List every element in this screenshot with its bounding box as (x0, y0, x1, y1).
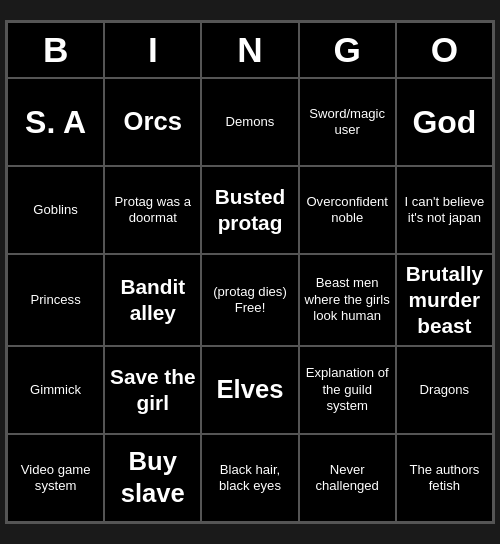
bingo-cell-1: Orcs (104, 78, 201, 166)
bingo-letter-n: N (201, 22, 298, 78)
bingo-cell-19: Dragons (396, 346, 493, 434)
bingo-cell-6: Protag was a doormat (104, 166, 201, 254)
bingo-letter-g: G (299, 22, 396, 78)
bingo-cell-5: Goblins (7, 166, 104, 254)
bingo-cell-15: Gimmick (7, 346, 104, 434)
bingo-header: BINGO (7, 22, 493, 78)
bingo-cell-17: Elves (201, 346, 298, 434)
bingo-cell-22: Black hair, black eyes (201, 434, 298, 522)
bingo-cell-12: (protag dies) Free! (201, 254, 298, 346)
bingo-cell-8: Overconfident noble (299, 166, 396, 254)
bingo-cell-18: Explanation of the guild system (299, 346, 396, 434)
bingo-cell-0: S. A (7, 78, 104, 166)
bingo-cell-24: The authors fetish (396, 434, 493, 522)
bingo-letter-b: B (7, 22, 104, 78)
bingo-grid: S. AOrcsDemonsSword/magic userGodGoblins… (7, 78, 493, 522)
bingo-cell-14: Brutally murder beast (396, 254, 493, 346)
bingo-cell-7: Busted protag (201, 166, 298, 254)
bingo-cell-23: Never challenged (299, 434, 396, 522)
bingo-letter-i: I (104, 22, 201, 78)
bingo-cell-21: Buy slave (104, 434, 201, 522)
bingo-cell-20: Video game system (7, 434, 104, 522)
bingo-letter-o: O (396, 22, 493, 78)
bingo-card: BINGO S. AOrcsDemonsSword/magic userGodG… (5, 20, 495, 524)
bingo-cell-4: God (396, 78, 493, 166)
bingo-cell-11: Bandit alley (104, 254, 201, 346)
bingo-cell-13: Beast men where the girls look human (299, 254, 396, 346)
bingo-cell-3: Sword/magic user (299, 78, 396, 166)
bingo-cell-10: Princess (7, 254, 104, 346)
bingo-cell-16: Save the girl (104, 346, 201, 434)
bingo-cell-2: Demons (201, 78, 298, 166)
bingo-cell-9: I can't believe it's not japan (396, 166, 493, 254)
